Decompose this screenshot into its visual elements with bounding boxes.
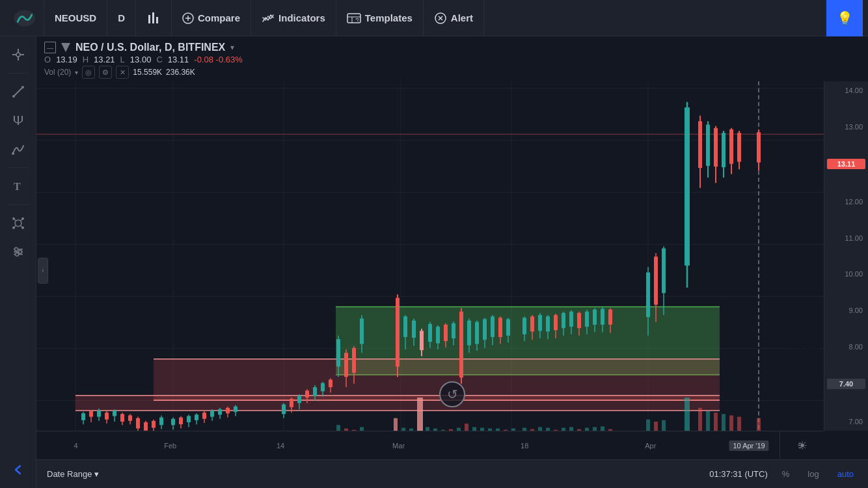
svg-rect-174 — [569, 312, 573, 327]
time-label-jan4: 4 — [74, 442, 77, 450]
price-axis: 14.00 13.00 13.11 12.00 11.00 10.00 9.00… — [824, 81, 868, 431]
templates-icon — [347, 12, 361, 24]
node-tool[interactable] — [5, 210, 31, 236]
templates-button[interactable]: Templates — [336, 0, 424, 36]
compare-button[interactable]: Compare — [172, 0, 251, 36]
chart-canvas[interactable]: Range Stop 1 Stop 2 ↺ 14.00 13.00 13.11 … — [36, 81, 868, 459]
date-range-button[interactable]: Date Range ▾ — [47, 469, 99, 479]
svg-rect-192 — [685, 107, 690, 265]
svg-rect-166 — [538, 315, 542, 331]
text-tool[interactable]: T — [5, 173, 31, 199]
collapse-sidebar-button[interactable]: ‹ — [38, 258, 48, 284]
text-icon: T — [11, 179, 25, 193]
title-dropdown-icon[interactable]: ▾ — [230, 43, 234, 52]
bottom-bar: Date Range ▾ 01:37:31 (UTC) % log auto — [36, 459, 868, 488]
svg-rect-136 — [412, 321, 416, 338]
svg-rect-104 — [218, 409, 222, 414]
svg-rect-130 — [360, 318, 364, 344]
current-date-label: 10 Apr '19 — [729, 441, 768, 451]
sidebar-divider-1 — [8, 73, 29, 74]
main-layout: T — [0, 36, 868, 488]
vol-close-icon[interactable]: ✕ — [116, 66, 129, 79]
chart-header: — NEO / U.S. Dollar, D, BITFINEX ▾ O 13.… — [36, 36, 868, 81]
pct-button[interactable]: % — [778, 468, 794, 480]
svg-rect-138 — [420, 331, 424, 350]
range-label: Range — [787, 340, 819, 352]
svg-point-25 — [12, 152, 14, 155]
svg-rect-92 — [171, 419, 175, 426]
svg-point-21 — [21, 86, 24, 88]
time-axis: 4 Feb 14 Mar 18 Apr 10 Apr '19 5 ☀ — [36, 431, 824, 459]
svg-rect-198 — [714, 128, 718, 167]
svg-rect-122 — [329, 379, 332, 387]
svg-rect-172 — [562, 313, 565, 328]
auto-button[interactable]: auto — [834, 468, 858, 480]
svg-point-41 — [15, 253, 18, 256]
svg-rect-80 — [120, 414, 124, 422]
svg-rect-10 — [347, 14, 360, 23]
svg-rect-94 — [179, 418, 183, 425]
svg-point-40 — [18, 251, 21, 254]
svg-rect-204 — [737, 133, 741, 161]
svg-rect-65 — [75, 396, 720, 411]
price-8: 8.00 — [827, 343, 865, 351]
svg-rect-106 — [226, 408, 230, 413]
svg-rect-188 — [654, 256, 658, 305]
price-7: 7.00 — [827, 418, 865, 426]
alert-button[interactable]: Alert — [424, 0, 484, 36]
vol-settings-icon[interactable]: ⚙ — [99, 66, 112, 79]
dashed-ref-price: 7.40 — [827, 379, 865, 389]
sidebar-divider-2 — [8, 167, 29, 168]
svg-rect-124 — [336, 339, 340, 366]
svg-rect-152 — [475, 322, 479, 344]
symbol-label[interactable]: NEOUSD — [44, 0, 107, 36]
high-value: 13.21 — [94, 55, 115, 64]
idea-button[interactable]: 💡 — [826, 0, 863, 36]
pitchfork-tool[interactable] — [5, 107, 31, 133]
indicators-button[interactable]: Indicators — [251, 0, 336, 36]
crosshair-tool[interactable] — [5, 42, 31, 68]
vol-value1: 15.559K — [133, 68, 162, 77]
time-label-14: 14 — [277, 442, 284, 450]
svg-rect-62 — [154, 359, 720, 400]
date-range-chevron-icon: ▾ — [94, 469, 99, 479]
svg-rect-116 — [305, 390, 309, 398]
indicators-icon — [262, 12, 275, 24]
logo[interactable] — [5, 0, 44, 36]
svg-rect-78 — [113, 411, 116, 416]
svg-rect-86 — [144, 422, 148, 431]
svg-rect-182 — [601, 309, 604, 325]
reset-button[interactable]: ↺ — [439, 381, 465, 407]
line-tool[interactable] — [5, 79, 31, 105]
svg-point-20 — [12, 95, 15, 98]
svg-rect-70 — [81, 413, 85, 420]
plus-circle-icon — [182, 12, 194, 24]
date-range-label: Date Range — [47, 469, 92, 479]
log-button[interactable]: log — [804, 468, 822, 480]
alert-icon — [434, 12, 447, 25]
chart-type-button[interactable] — [136, 0, 172, 36]
svg-rect-76 — [105, 413, 109, 420]
stop1-label: Stop 1 — [787, 379, 819, 391]
crosshair-icon — [11, 47, 25, 62]
symbol-flag-icon — [61, 43, 70, 52]
ohlc-row: O 13.19 H 13.21 L 13.00 C 13.11 -0.08 -0… — [44, 55, 860, 64]
minimize-icon[interactable]: — — [44, 42, 56, 53]
timeframe-button[interactable]: D — [107, 0, 136, 36]
node-icon — [11, 216, 25, 230]
svg-rect-162 — [522, 318, 526, 334]
svg-rect-180 — [593, 310, 597, 325]
vol-label: Vol (20) — [44, 68, 71, 77]
curve-tool[interactable] — [5, 136, 31, 162]
price-14: 14.00 — [827, 87, 865, 94]
adjust-tool[interactable] — [5, 239, 31, 265]
change-value: -0.08 -0.63% — [194, 55, 242, 64]
vol-row: Vol (20) ▾ ◎ ⚙ ✕ 15.559K 236.36K — [44, 66, 860, 79]
left-sidebar: T — [0, 36, 36, 488]
chart-symbol: NEO / U.S. Dollar, D, BITFINEX — [75, 42, 225, 53]
price-13: 13.00 — [827, 123, 865, 131]
back-tool[interactable] — [5, 457, 31, 483]
chart-settings-button[interactable]: ☀ — [780, 431, 824, 460]
svg-rect-184 — [608, 310, 612, 325]
vol-eye-icon[interactable]: ◎ — [82, 66, 95, 79]
